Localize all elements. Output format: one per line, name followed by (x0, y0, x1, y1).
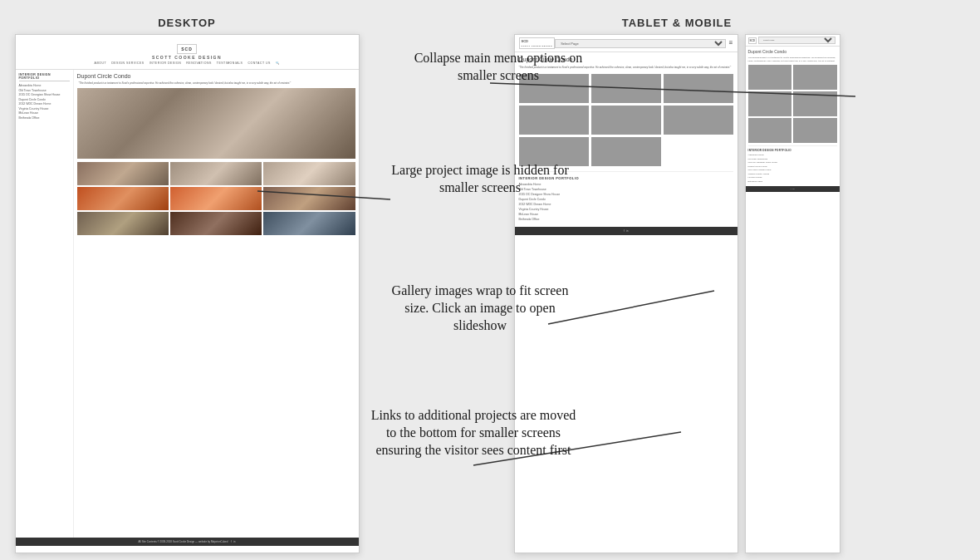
mobile-thumb-6[interactable] (793, 118, 837, 143)
tablet-link-5[interactable]: 2012 WDC Dream Home (519, 203, 733, 206)
mobile-thumb-1[interactable] (748, 65, 792, 90)
gallery-thumb-7[interactable] (77, 212, 169, 235)
tablet-content: Dupont Circle Condo "The finished produc… (515, 52, 737, 227)
desktop-sidebar-link-3[interactable]: 2015 DC Georgian Show House (19, 93, 70, 96)
mobile-link-4[interactable]: Dupont Circle Condo (748, 165, 837, 168)
desktop-sidebar: INTERIOR DESIGN PORTFOLIO Alexandria Hom… (16, 70, 74, 538)
desktop-sidebar-link-7[interactable]: McLean House (19, 111, 70, 115)
tablet-link-1[interactable]: Alexandria Home (519, 183, 733, 186)
gallery-thumb-4[interactable] (77, 187, 169, 210)
desktop-quote: "The finished product is a testament to … (77, 81, 355, 85)
desktop-page-title: Dupont Circle Condo (77, 73, 355, 79)
tablet-mobile-label: TABLET & MOBILE (622, 7, 732, 34)
gallery-thumb-2[interactable] (170, 162, 262, 185)
tablet-footer: f in (515, 227, 737, 235)
desktop-sidebar-link-2[interactable]: Old Town Townhouse (19, 89, 70, 92)
mobile-frame: SCD Select Page Dupont Circle Condo The … (745, 34, 840, 553)
tablet-logo-small: SCDSCOTT COOKE DESIGN (519, 37, 556, 49)
tablet-thumb-2[interactable] (591, 74, 661, 103)
gallery-thumb-9[interactable] (263, 212, 355, 235)
tablet-select[interactable]: Select Page (555, 39, 726, 48)
mobile-link-3[interactable]: 2015 DC Designer Show House (748, 161, 837, 164)
mobile-content: Dupont Circle Condo The finished product… (746, 47, 840, 186)
desktop-sidebar-link-4[interactable]: Dupont Circle Condo (19, 98, 70, 101)
mobile-gallery (748, 65, 837, 143)
mobile-link-5[interactable]: 2012 WDC Dream Home (748, 169, 837, 171)
desktop-site-header: SCD SCOTT COOKE DESIGN ABOUT DESIGN SERV… (16, 35, 359, 70)
gallery-thumb-8[interactable] (170, 212, 262, 235)
mobile-quote: The finished product is a testament to S… (748, 56, 837, 62)
mobile-sidebar-section: INTERIOR DESIGN PORTFOLIO Alexandria Hom… (748, 145, 837, 183)
mobile-logo: SCD (748, 37, 757, 44)
desktop-section: DESKTOP SCD SCOTT COOKE DESIGN ABOUT DES… (0, 0, 374, 560)
mobile-thumb-2[interactable] (793, 65, 837, 90)
tablet-link-7[interactable]: McLean House (519, 213, 733, 216)
tablet-portfolio-title: INTERIOR DESIGN PORTFOLIO (519, 176, 733, 180)
nav-renovations[interactable]: RENOVATIONS (186, 61, 211, 65)
mobile-thumb-5[interactable] (748, 118, 792, 143)
gallery-thumb-6[interactable] (263, 187, 355, 210)
mobile-header: SCD Select Page (746, 35, 840, 47)
mobile-link-7[interactable]: McLean House (748, 176, 837, 179)
nav-testimonials[interactable]: TESTIMONIALS (217, 61, 243, 65)
tablet-link-3[interactable]: 2015 DC Designer Show House (519, 193, 733, 196)
desktop-sidebar-link-6[interactable]: Virginia Country House (19, 107, 70, 111)
tablet-link-4[interactable]: Dupont Circle Condo (519, 198, 733, 201)
tablet-thumb-1[interactable] (519, 74, 589, 103)
desktop-frame: SCD SCOTT COOKE DESIGN ABOUT DESIGN SERV… (15, 34, 360, 553)
tablet-link-2[interactable]: Old Town Townhouse (519, 188, 733, 191)
gallery-thumb-3[interactable] (263, 162, 355, 185)
desktop-footer: All Site Contents © 2009-2018 Scott Cook… (16, 538, 359, 546)
tablet-thumb-6[interactable] (664, 106, 733, 135)
desktop-footer-text: All Site Contents © 2009-2018 Scott Cook… (139, 540, 228, 543)
tablet-page-title: Dupont Circle Condo (519, 56, 733, 62)
tablet-sidebar-section: INTERIOR DESIGN PORTFOLIO Alexandria Hom… (519, 171, 733, 221)
mobile-link-1[interactable]: Alexandria Home (748, 154, 837, 156)
desktop-portfolio-title: INTERIOR DESIGN PORTFOLIO (19, 73, 70, 81)
nav-contact[interactable]: CONTACT US (247, 61, 270, 65)
desktop-main: Dupont Circle Condo "The finished produc… (74, 70, 359, 538)
mobile-thumb-3[interactable] (748, 91, 792, 116)
mobile-link-6[interactable]: Virginia Country House (748, 173, 837, 175)
nav-search[interactable]: 🔍 (276, 61, 280, 65)
nav-interior[interactable]: INTERIOR DESIGN (149, 61, 182, 65)
desktop-hero-image (77, 88, 355, 159)
tablet-link-8[interactable]: Bethesda Office (519, 218, 733, 221)
mobile-portfolio-title: INTERIOR DESIGN PORTFOLIO (748, 149, 837, 152)
tablet-quote: "The finished product is a testament to … (519, 66, 733, 70)
desktop-nav: ABOUT DESIGN SERVICES INTERIOR DESIGN RE… (16, 60, 359, 66)
mobile-footer: f in (746, 186, 840, 192)
desktop-label: DESKTOP (158, 7, 216, 34)
tablet-thumb-8[interactable] (591, 137, 661, 166)
mobile-link-2[interactable]: Old Town Townhouse (748, 158, 837, 160)
hamburger-icon[interactable]: ≡ (729, 40, 733, 47)
tablet-header: SCDSCOTT COOKE DESIGN Select Page ≡ (515, 35, 737, 52)
tablet-gallery (519, 74, 733, 166)
nav-design[interactable]: DESIGN SERVICES (111, 61, 145, 65)
desktop-sidebar-link-5[interactable]: 2012 WDC Dream Home (19, 102, 70, 106)
gallery-thumb-1[interactable] (77, 162, 169, 185)
mobile-select[interactable]: Select Page (758, 37, 835, 44)
desktop-gallery (77, 162, 355, 235)
nav-about[interactable]: ABOUT (95, 61, 107, 65)
desktop-sidebar-link-1[interactable]: Alexandria Home (19, 84, 70, 87)
desktop-logo-box: SCD (177, 44, 197, 54)
desktop-content: INTERIOR DESIGN PORTFOLIO Alexandria Hom… (16, 70, 359, 538)
mobile-thumb-4[interactable] (793, 91, 837, 116)
tablet-thumb-7[interactable] (519, 137, 589, 166)
main-container: DESKTOP SCD SCOTT COOKE DESIGN ABOUT DES… (0, 0, 980, 560)
mobile-link-8[interactable]: Bethesda Office (748, 180, 837, 183)
tablet-thumb-5[interactable] (591, 106, 661, 135)
tablet-thumb-3[interactable] (664, 74, 733, 103)
tablet-frame: SCDSCOTT COOKE DESIGN Select Page ≡ Dupo… (514, 34, 738, 553)
tablet-mobile-section: TABLET & MOBILE SCDSCOTT COOKE DESIGN Se… (374, 0, 980, 560)
gallery-thumb-5[interactable] (170, 187, 262, 210)
desktop-logo: SCD (181, 47, 193, 52)
mobile-page-title: Dupont Circle Condo (748, 49, 837, 54)
desktop-sidebar-link-8[interactable]: Bethesda Office (19, 116, 70, 120)
tablet-thumb-4[interactable] (519, 106, 589, 135)
tablet-link-6[interactable]: Virginia Country House (519, 208, 733, 211)
tablet-mobile-row: SCDSCOTT COOKE DESIGN Select Page ≡ Dupo… (382, 34, 972, 553)
